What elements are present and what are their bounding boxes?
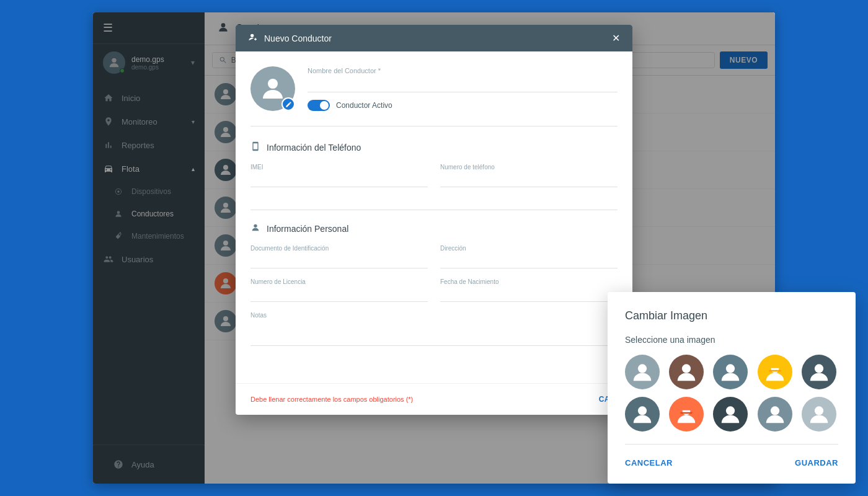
phone-form-row: IMEI Numero de teléfono [250, 164, 618, 187]
svg-point-13 [268, 79, 278, 89]
avatar-option-10[interactable] [802, 397, 836, 432]
cambiar-imagen-guardar-button[interactable]: GUARDAR [795, 454, 838, 471]
name-label: Nombre del Conductor * [308, 67, 618, 74]
doc-input[interactable] [250, 254, 428, 268]
cambiar-imagen-footer: CANCELAR GUARDAR [625, 444, 838, 471]
nuevo-conductor-modal: Nuevo Conductor ✕ Nombre del C [236, 25, 632, 415]
svg-point-15 [638, 364, 647, 373]
svg-point-19 [815, 364, 823, 373]
nacimiento-input[interactable] [440, 288, 618, 302]
driver-profile-section: Nombre del Conductor * Conductor Activo [250, 66, 618, 126]
phone-number-field: Numero de teléfono [440, 164, 618, 187]
avatar-option-8[interactable] [713, 397, 748, 432]
person-icon [250, 223, 260, 235]
svg-point-23 [770, 406, 779, 415]
close-button[interactable]: ✕ [612, 33, 620, 43]
avatar-grid [625, 355, 838, 432]
toggle-row: Conductor Activo [308, 100, 618, 111]
toggle-label: Conductor Activo [336, 101, 392, 110]
svg-point-16 [682, 364, 691, 373]
licencia-field: Numero de Licencia [250, 278, 428, 302]
personal-row-2: Numero de Licencia Fecha de Nacimiento [250, 278, 618, 302]
person-add-icon [248, 32, 258, 44]
profile-avatar-wrap [250, 66, 295, 111]
phone-label: Numero de teléfono [440, 164, 618, 170]
modal-footer: Debe llenar correctamente los campos obl… [236, 383, 632, 415]
svg-point-20 [638, 406, 647, 415]
direccion-label: Dirección [440, 245, 618, 252]
cambiar-imagen-subtitle: Seleccione una imagen [625, 335, 838, 345]
licencia-input[interactable] [250, 288, 428, 302]
modal-body: Nombre del Conductor * Conductor Activo [236, 51, 632, 383]
avatar-option-6[interactable] [625, 397, 660, 432]
personal-section: Información Personal Documento de Identi… [250, 223, 618, 368]
phone-icon [250, 141, 260, 154]
imei-input[interactable] [250, 173, 428, 187]
notas-label: Notas [250, 312, 618, 319]
avatar-option-9[interactable] [758, 397, 792, 432]
imei-label: IMEI [250, 164, 428, 170]
personal-row-1: Documento de Identificación Dirección [250, 245, 618, 268]
modal-title: Nuevo Conductor [264, 33, 606, 43]
phone-section-title: Información del Teléfono [267, 143, 361, 153]
avatar-option-4[interactable] [758, 355, 792, 389]
edit-avatar-button[interactable] [281, 97, 295, 111]
avatar-option-3[interactable] [713, 355, 748, 389]
notas-field: Notas [250, 312, 618, 346]
conductor-name-input[interactable] [308, 77, 618, 92]
svg-point-17 [726, 364, 735, 373]
profile-fields: Nombre del Conductor * Conductor Activo [308, 67, 618, 111]
svg-point-24 [815, 406, 823, 415]
phone-number-input[interactable] [440, 173, 618, 187]
error-message: Debe llenar correctamente los campos obl… [250, 396, 413, 403]
avatar-option-2[interactable] [669, 355, 704, 389]
direccion-field: Dirección [440, 245, 618, 268]
svg-point-22 [726, 406, 735, 415]
personal-section-title: Información Personal [267, 224, 348, 234]
avatar-option-7[interactable] [669, 397, 704, 432]
personal-row-3: Notas [250, 312, 618, 346]
phone-section: Información del Teléfono IMEI Numero de … [250, 141, 618, 210]
svg-point-14 [254, 224, 257, 228]
avatar-option-5[interactable] [802, 355, 836, 389]
conductor-activo-toggle[interactable] [308, 100, 330, 111]
licencia-label: Numero de Licencia [250, 278, 428, 285]
nacimiento-field: Fecha de Nacimiento [440, 278, 618, 302]
notas-input[interactable] [250, 321, 618, 346]
phone-section-title-row: Información del Teléfono [250, 141, 618, 154]
imei-field: IMEI [250, 164, 428, 187]
direccion-input[interactable] [440, 254, 618, 268]
cambiar-imagen-cancelar-button[interactable]: CANCELAR [625, 454, 673, 471]
avatar-option-1[interactable] [625, 355, 660, 389]
cambiar-imagen-dialog: Cambiar Imagen Seleccione una imagen [608, 292, 856, 484]
cambiar-imagen-title: Cambiar Imagen [625, 309, 838, 322]
personal-section-title-row: Información Personal [250, 223, 618, 235]
modal-header: Nuevo Conductor ✕ [236, 25, 632, 51]
svg-point-12 [250, 34, 254, 37]
doc-label: Documento de Identificación [250, 245, 428, 252]
nacimiento-label: Fecha de Nacimiento [440, 278, 618, 285]
doc-field: Documento de Identificación [250, 245, 428, 268]
